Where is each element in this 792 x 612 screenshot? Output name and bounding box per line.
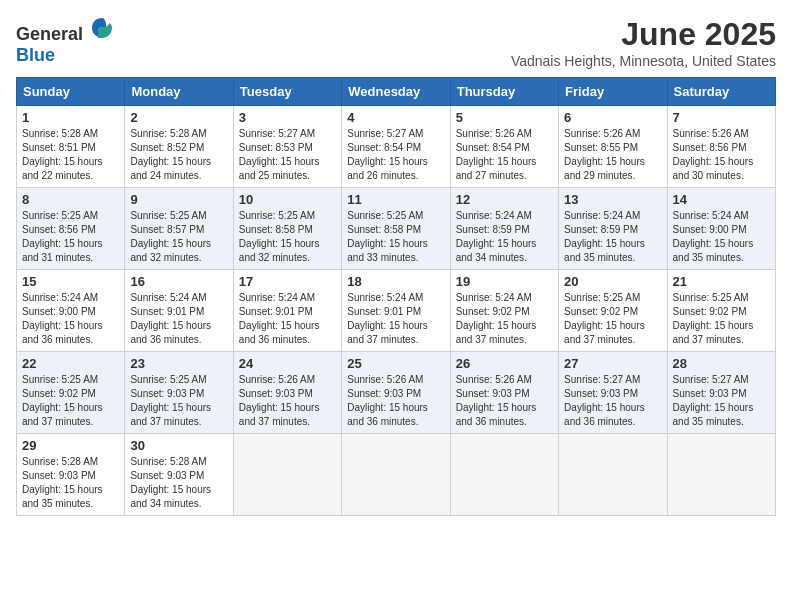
weekday-header-friday: Friday <box>559 78 667 106</box>
cell-details: Sunrise: 5:25 AMSunset: 9:02 PMDaylight:… <box>22 373 119 429</box>
calendar-cell: 12Sunrise: 5:24 AMSunset: 8:59 PMDayligh… <box>450 188 558 270</box>
day-number: 18 <box>347 274 444 289</box>
calendar-week-row: 15Sunrise: 5:24 AMSunset: 9:00 PMDayligh… <box>17 270 776 352</box>
day-number: 28 <box>673 356 770 371</box>
calendar-week-row: 29Sunrise: 5:28 AMSunset: 9:03 PMDayligh… <box>17 434 776 516</box>
weekday-header-row: SundayMondayTuesdayWednesdayThursdayFrid… <box>17 78 776 106</box>
location-title: Vadnais Heights, Minnesota, United State… <box>511 53 776 69</box>
cell-details: Sunrise: 5:28 AMSunset: 8:51 PMDaylight:… <box>22 127 119 183</box>
cell-details: Sunrise: 5:26 AMSunset: 8:55 PMDaylight:… <box>564 127 661 183</box>
weekday-header-tuesday: Tuesday <box>233 78 341 106</box>
calendar-week-row: 8Sunrise: 5:25 AMSunset: 8:56 PMDaylight… <box>17 188 776 270</box>
calendar-cell: 1Sunrise: 5:28 AMSunset: 8:51 PMDaylight… <box>17 106 125 188</box>
calendar-cell: 25Sunrise: 5:26 AMSunset: 9:03 PMDayligh… <box>342 352 450 434</box>
calendar-week-row: 22Sunrise: 5:25 AMSunset: 9:02 PMDayligh… <box>17 352 776 434</box>
cell-details: Sunrise: 5:24 AMSunset: 9:00 PMDaylight:… <box>22 291 119 347</box>
day-number: 3 <box>239 110 336 125</box>
calendar-cell: 18Sunrise: 5:24 AMSunset: 9:01 PMDayligh… <box>342 270 450 352</box>
day-number: 29 <box>22 438 119 453</box>
calendar-cell: 21Sunrise: 5:25 AMSunset: 9:02 PMDayligh… <box>667 270 775 352</box>
day-number: 1 <box>22 110 119 125</box>
logo: General Blue <box>16 16 114 66</box>
cell-details: Sunrise: 5:25 AMSunset: 9:02 PMDaylight:… <box>564 291 661 347</box>
day-number: 6 <box>564 110 661 125</box>
weekday-header-thursday: Thursday <box>450 78 558 106</box>
cell-details: Sunrise: 5:24 AMSunset: 9:02 PMDaylight:… <box>456 291 553 347</box>
day-number: 5 <box>456 110 553 125</box>
calendar-cell: 27Sunrise: 5:27 AMSunset: 9:03 PMDayligh… <box>559 352 667 434</box>
cell-details: Sunrise: 5:24 AMSunset: 8:59 PMDaylight:… <box>564 209 661 265</box>
cell-details: Sunrise: 5:28 AMSunset: 9:03 PMDaylight:… <box>130 455 227 511</box>
day-number: 17 <box>239 274 336 289</box>
calendar-cell <box>233 434 341 516</box>
calendar-cell: 26Sunrise: 5:26 AMSunset: 9:03 PMDayligh… <box>450 352 558 434</box>
cell-details: Sunrise: 5:27 AMSunset: 9:03 PMDaylight:… <box>564 373 661 429</box>
cell-details: Sunrise: 5:24 AMSunset: 8:59 PMDaylight:… <box>456 209 553 265</box>
day-number: 10 <box>239 192 336 207</box>
calendar-cell: 3Sunrise: 5:27 AMSunset: 8:53 PMDaylight… <box>233 106 341 188</box>
day-number: 25 <box>347 356 444 371</box>
calendar-cell: 17Sunrise: 5:24 AMSunset: 9:01 PMDayligh… <box>233 270 341 352</box>
calendar-cell: 30Sunrise: 5:28 AMSunset: 9:03 PMDayligh… <box>125 434 233 516</box>
day-number: 23 <box>130 356 227 371</box>
calendar-cell: 11Sunrise: 5:25 AMSunset: 8:58 PMDayligh… <box>342 188 450 270</box>
cell-details: Sunrise: 5:26 AMSunset: 8:56 PMDaylight:… <box>673 127 770 183</box>
day-number: 7 <box>673 110 770 125</box>
calendar-cell <box>342 434 450 516</box>
cell-details: Sunrise: 5:27 AMSunset: 8:53 PMDaylight:… <box>239 127 336 183</box>
calendar-cell: 22Sunrise: 5:25 AMSunset: 9:02 PMDayligh… <box>17 352 125 434</box>
calendar-cell <box>450 434 558 516</box>
day-number: 24 <box>239 356 336 371</box>
day-number: 27 <box>564 356 661 371</box>
calendar-cell: 19Sunrise: 5:24 AMSunset: 9:02 PMDayligh… <box>450 270 558 352</box>
day-number: 16 <box>130 274 227 289</box>
day-number: 21 <box>673 274 770 289</box>
day-number: 4 <box>347 110 444 125</box>
cell-details: Sunrise: 5:24 AMSunset: 9:00 PMDaylight:… <box>673 209 770 265</box>
calendar-cell: 5Sunrise: 5:26 AMSunset: 8:54 PMDaylight… <box>450 106 558 188</box>
cell-details: Sunrise: 5:27 AMSunset: 8:54 PMDaylight:… <box>347 127 444 183</box>
day-number: 30 <box>130 438 227 453</box>
day-number: 22 <box>22 356 119 371</box>
calendar-cell: 14Sunrise: 5:24 AMSunset: 9:00 PMDayligh… <box>667 188 775 270</box>
cell-details: Sunrise: 5:24 AMSunset: 9:01 PMDaylight:… <box>239 291 336 347</box>
day-number: 15 <box>22 274 119 289</box>
day-number: 14 <box>673 192 770 207</box>
cell-details: Sunrise: 5:25 AMSunset: 8:58 PMDaylight:… <box>239 209 336 265</box>
calendar-cell: 29Sunrise: 5:28 AMSunset: 9:03 PMDayligh… <box>17 434 125 516</box>
calendar-table: SundayMondayTuesdayWednesdayThursdayFrid… <box>16 77 776 516</box>
calendar-cell: 28Sunrise: 5:27 AMSunset: 9:03 PMDayligh… <box>667 352 775 434</box>
day-number: 20 <box>564 274 661 289</box>
cell-details: Sunrise: 5:25 AMSunset: 8:56 PMDaylight:… <box>22 209 119 265</box>
calendar-cell: 24Sunrise: 5:26 AMSunset: 9:03 PMDayligh… <box>233 352 341 434</box>
calendar-cell: 6Sunrise: 5:26 AMSunset: 8:55 PMDaylight… <box>559 106 667 188</box>
calendar-cell: 23Sunrise: 5:25 AMSunset: 9:03 PMDayligh… <box>125 352 233 434</box>
cell-details: Sunrise: 5:26 AMSunset: 9:03 PMDaylight:… <box>456 373 553 429</box>
logo-blue: Blue <box>16 45 55 65</box>
calendar-cell <box>559 434 667 516</box>
calendar-cell <box>667 434 775 516</box>
calendar-cell: 2Sunrise: 5:28 AMSunset: 8:52 PMDaylight… <box>125 106 233 188</box>
day-number: 2 <box>130 110 227 125</box>
day-number: 13 <box>564 192 661 207</box>
cell-details: Sunrise: 5:25 AMSunset: 8:58 PMDaylight:… <box>347 209 444 265</box>
weekday-header-wednesday: Wednesday <box>342 78 450 106</box>
cell-details: Sunrise: 5:26 AMSunset: 8:54 PMDaylight:… <box>456 127 553 183</box>
cell-details: Sunrise: 5:25 AMSunset: 9:03 PMDaylight:… <box>130 373 227 429</box>
cell-details: Sunrise: 5:28 AMSunset: 8:52 PMDaylight:… <box>130 127 227 183</box>
calendar-week-row: 1Sunrise: 5:28 AMSunset: 8:51 PMDaylight… <box>17 106 776 188</box>
calendar-cell: 9Sunrise: 5:25 AMSunset: 8:57 PMDaylight… <box>125 188 233 270</box>
cell-details: Sunrise: 5:26 AMSunset: 9:03 PMDaylight:… <box>347 373 444 429</box>
cell-details: Sunrise: 5:28 AMSunset: 9:03 PMDaylight:… <box>22 455 119 511</box>
calendar-cell: 16Sunrise: 5:24 AMSunset: 9:01 PMDayligh… <box>125 270 233 352</box>
logo-icon <box>90 16 114 40</box>
weekday-header-saturday: Saturday <box>667 78 775 106</box>
day-number: 19 <box>456 274 553 289</box>
calendar-cell: 15Sunrise: 5:24 AMSunset: 9:00 PMDayligh… <box>17 270 125 352</box>
month-title: June 2025 <box>511 16 776 53</box>
cell-details: Sunrise: 5:25 AMSunset: 8:57 PMDaylight:… <box>130 209 227 265</box>
calendar-cell: 20Sunrise: 5:25 AMSunset: 9:02 PMDayligh… <box>559 270 667 352</box>
calendar-cell: 10Sunrise: 5:25 AMSunset: 8:58 PMDayligh… <box>233 188 341 270</box>
cell-details: Sunrise: 5:25 AMSunset: 9:02 PMDaylight:… <box>673 291 770 347</box>
day-number: 12 <box>456 192 553 207</box>
